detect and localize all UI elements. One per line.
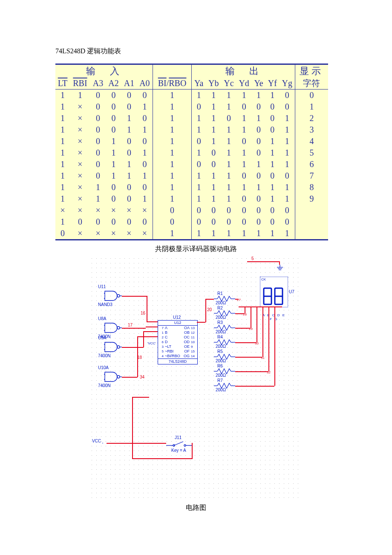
- cell: 4: [295, 136, 328, 147]
- cell: 0: [279, 101, 295, 113]
- cell: 1: [55, 193, 70, 205]
- wire: [205, 299, 214, 300]
- cell: 0: [279, 205, 295, 216]
- cell: 1: [221, 159, 236, 170]
- cell: 0: [90, 124, 106, 136]
- cell: ×: [90, 228, 106, 239]
- cell: 1: [121, 113, 137, 124]
- cell: 1: [206, 228, 221, 239]
- cell: 9: [295, 193, 328, 205]
- cell: 0: [192, 216, 206, 228]
- cell: 1: [121, 124, 137, 136]
- cell: 7: [295, 170, 328, 182]
- cell: 1: [265, 228, 279, 239]
- cell: 0: [192, 159, 206, 170]
- wire: [235, 386, 274, 387]
- cell: 0: [90, 136, 106, 147]
- col-header: A1: [121, 78, 137, 90]
- resistor-value: 200Ω: [216, 387, 226, 392]
- logic-table-container: 输 入 输 出 显示 LTRBIA3A2A1A0BI/RBOYaYbYcYdYe…: [55, 64, 328, 240]
- netnum: 17: [128, 323, 133, 327]
- netnum: 18: [137, 355, 142, 360]
- wire: [197, 322, 205, 323]
- col-header: Yb: [206, 78, 221, 90]
- cell: 1: [153, 228, 192, 239]
- cell: 1: [192, 147, 206, 159]
- wire: [143, 331, 144, 347]
- cell: 0: [279, 170, 295, 182]
- gnd-symbol: [276, 265, 284, 272]
- cell: 1: [265, 159, 279, 170]
- table-row: 1×0010111011012: [55, 113, 328, 124]
- cell: 1: [137, 124, 153, 136]
- cell: 1: [137, 147, 153, 159]
- cell: 1: [265, 193, 279, 205]
- cell: 1: [265, 136, 279, 147]
- cell: 1: [221, 147, 236, 159]
- cell: 1: [265, 90, 279, 101]
- cell: 3: [295, 124, 328, 136]
- cell: 1: [106, 159, 121, 170]
- wire: [122, 328, 146, 329]
- table-row: 1×0101110110115: [55, 147, 328, 159]
- cell: 1: [279, 193, 295, 205]
- cell: 1: [153, 113, 192, 124]
- cell: 1: [279, 124, 295, 136]
- cell: 0: [137, 136, 153, 147]
- wire: [122, 296, 147, 297]
- wire: [146, 327, 158, 327]
- mid-caption: 共阴极显示译码器驱动电路: [55, 245, 337, 254]
- cell: ×: [70, 101, 90, 113]
- cell: 1: [221, 124, 236, 136]
- col-header: Ye: [252, 78, 265, 90]
- chip-ref: U12: [173, 315, 181, 320]
- cell: 1: [279, 113, 295, 124]
- cell: 1: [153, 90, 192, 101]
- cell: 1: [221, 90, 236, 101]
- cell: 1: [206, 193, 221, 205]
- cell: 0: [90, 101, 106, 113]
- resistor-value: 200Ω: [216, 344, 226, 349]
- wire: [132, 397, 149, 398]
- cell: 0: [137, 182, 153, 193]
- cell: ×: [121, 205, 137, 216]
- cell: 1: [55, 101, 70, 113]
- cell: 1: [221, 170, 236, 182]
- group-header-row: 输 入 输 出 显示: [55, 65, 328, 78]
- cell: 1: [236, 228, 251, 239]
- cell: ×: [70, 182, 90, 193]
- cell: 0: [252, 205, 265, 216]
- cell: 1: [121, 170, 137, 182]
- cell: 1: [221, 228, 236, 239]
- cell: 1: [70, 90, 90, 101]
- cell: ×: [70, 147, 90, 159]
- table-row: 10000000000000: [55, 216, 328, 228]
- cell: 6: [295, 159, 328, 170]
- cell: 1: [192, 124, 206, 136]
- cell: ×: [70, 113, 90, 124]
- cell: ×: [70, 136, 90, 147]
- cell: 0: [106, 124, 121, 136]
- netnum: 30: [255, 341, 259, 345]
- cell: 1: [206, 101, 221, 113]
- wire: [235, 357, 262, 358]
- col-header: BI/RBO: [153, 78, 192, 90]
- cell: ×: [70, 159, 90, 170]
- cell: 1: [252, 159, 265, 170]
- group-display: 显示: [295, 65, 328, 78]
- cell: ×: [70, 193, 90, 205]
- cell: 0: [221, 216, 236, 228]
- cell: 0: [137, 90, 153, 101]
- cell: 0: [90, 159, 106, 170]
- cell: 8: [295, 182, 328, 193]
- cell: 0: [106, 216, 121, 228]
- wire: [235, 371, 268, 372]
- cell: ×: [106, 228, 121, 239]
- vcc-label: VCC: [92, 439, 101, 443]
- netnum: 34: [140, 375, 144, 379]
- cell: 0: [137, 159, 153, 170]
- cell: 0: [206, 205, 221, 216]
- cell: 1: [192, 182, 206, 193]
- netnum: 27: [237, 298, 241, 302]
- cell: 0: [153, 216, 192, 228]
